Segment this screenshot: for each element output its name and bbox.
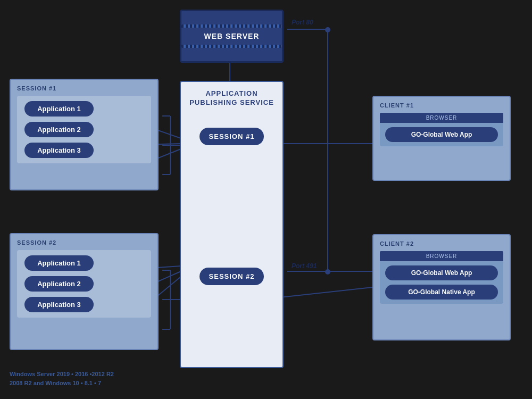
client2-inner: GO-Global Web App GO-Global Native App (380, 261, 503, 304)
session2-inner: Application 1 Application 2 Application … (17, 250, 151, 318)
session2-panel: SESSION #2 Application 1 Application 2 A… (10, 233, 159, 350)
webserver-label: WEB SERVER (204, 28, 260, 45)
client1-inner: GO-Global Web App (380, 123, 503, 146)
port-80-dot (325, 27, 330, 32)
client1-browser-bar: BROWSER (380, 113, 503, 123)
session2-app2: Application 2 (24, 276, 94, 292)
session1-app1: Application 1 (24, 101, 94, 117)
footer: Windows Server 2019 • 2016 •2012 R2 2008… (10, 370, 114, 388)
session2-app1: Application 1 (24, 255, 94, 271)
session1-app3: Application 3 (24, 143, 94, 158)
aps-panel: APPLICATION PUBLISHING SERVICE SESSION #… (180, 81, 284, 368)
client1-webapp: GO-Global Web App (385, 127, 498, 142)
client1-label: CLIENT #1 (380, 102, 503, 109)
session1-panel: SESSION #1 Application 1 Application 2 A… (10, 79, 159, 190)
webserver-panel: WEB SERVER (180, 10, 284, 63)
port-491-dot (325, 269, 330, 275)
client2-label: CLIENT #2 (380, 240, 503, 247)
session1-label: SESSION #1 (17, 85, 151, 92)
port-80-label: Port 80 (292, 19, 313, 26)
footer-line2: 2008 R2 and Windows 10 • 8.1 • 7 (10, 379, 114, 388)
footer-line1: Windows Server 2019 • 2016 •2012 R2 (10, 370, 114, 379)
diagram-container: WEB SERVER Port 80 Port 491 APPLICATION … (0, 0, 532, 399)
session1-inner: Application 1 Application 2 Application … (17, 96, 151, 163)
session2-label: SESSION #2 (17, 239, 151, 246)
client2-nativeapp: GO-Global Native App (385, 285, 498, 300)
webserver-stripe-bot (181, 45, 282, 48)
aps-session2-node: SESSION #2 (200, 268, 264, 285)
session2-app3: Application 3 (24, 297, 94, 312)
client1-panel: CLIENT #1 BROWSER GO-Global Web App (372, 96, 511, 181)
client2-panel: CLIENT #2 BROWSER GO-Global Web App GO-G… (372, 234, 511, 340)
client2-browser-bar: BROWSER (380, 251, 503, 261)
session1-app2: Application 2 (24, 122, 94, 137)
client2-webapp: GO-Global Web App (385, 265, 498, 280)
port-491-label: Port 491 (292, 262, 317, 270)
aps-label: APPLICATION PUBLISHING SERVICE (181, 82, 282, 112)
aps-session1-node: SESSION #1 (200, 128, 264, 145)
